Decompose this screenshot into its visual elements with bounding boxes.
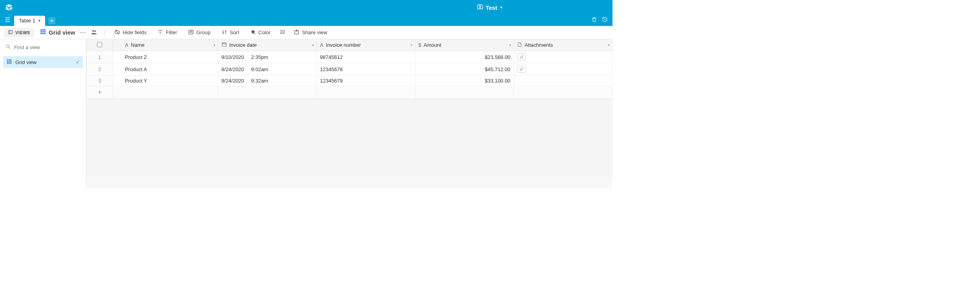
chevron-down-icon[interactable]: ▾ <box>411 43 413 47</box>
group-label: Group <box>196 29 210 35</box>
sidebar-item-grid-view[interactable]: Grid view ✓ <box>3 56 83 68</box>
add-row-cell[interactable] <box>514 86 612 99</box>
svg-rect-0 <box>9 30 13 34</box>
cell-amount[interactable]: $45,712.00 <box>415 63 514 75</box>
color-button[interactable]: Color <box>248 28 273 38</box>
top-bar: Test ▼ <box>0 0 612 15</box>
check-icon: ✓ <box>76 59 80 65</box>
chevron-down-icon[interactable]: ▾ <box>509 43 511 47</box>
row-number[interactable]: 1 <box>87 51 113 63</box>
views-sidebar: Grid view ✓ <box>0 39 86 188</box>
currency-icon: $ <box>419 42 421 48</box>
svg-rect-8 <box>7 59 11 64</box>
select-all-header[interactable] <box>87 39 113 51</box>
col-header-attachments[interactable]: Attachments ▾ <box>514 39 612 51</box>
add-row[interactable]: + <box>87 86 612 99</box>
cell-invoice-date[interactable]: 9/24/20209:02am <box>218 63 316 75</box>
cell-attachments[interactable] <box>514 51 612 63</box>
cell-attachments[interactable] <box>514 75 612 86</box>
grid-empty-area <box>86 99 612 177</box>
attachment-chip[interactable] <box>517 53 526 61</box>
trash-icon[interactable] <box>591 17 597 24</box>
group-icon <box>188 29 194 36</box>
view-search[interactable] <box>3 42 83 52</box>
filter-button[interactable]: Filter <box>155 28 179 38</box>
tabs-bar: ☰ Table 1 ▼ ＋ <box>0 15 612 26</box>
col-header-invoice-date[interactable]: Invoice date ▾ <box>218 39 316 51</box>
svg-rect-9 <box>222 43 226 46</box>
view-toolbar: VIEWS Grid view ⋯ Hide fields <box>0 26 612 39</box>
cell-name[interactable]: Product Y <box>113 75 218 86</box>
chevron-down-icon[interactable]: ▾ <box>312 43 314 47</box>
col-header-amount[interactable]: $ Amount ▾ <box>415 39 514 51</box>
group-button[interactable]: Group <box>186 28 213 38</box>
base-title-text: Test <box>486 4 497 11</box>
row-number[interactable]: 2 <box>87 63 113 75</box>
sidebar-icon <box>8 29 13 35</box>
hamburger-icon[interactable]: ☰ <box>5 16 10 24</box>
tab-caret-icon: ▼ <box>38 19 41 23</box>
collaborators-icon[interactable] <box>91 29 97 37</box>
grid-icon <box>40 28 46 37</box>
view-options-icon[interactable]: ⋯ <box>80 29 86 36</box>
main-area: Grid view ✓ A Name ▾ <box>0 39 612 188</box>
cell-invoice-number[interactable]: 12345678 <box>316 63 415 75</box>
attachment-icon <box>517 42 522 48</box>
svg-point-3 <box>95 30 96 32</box>
col-att-label: Attachments <box>525 42 553 48</box>
cell-invoice-number[interactable]: 98745612 <box>316 51 415 63</box>
tab-table-1[interactable]: Table 1 ▼ <box>14 16 45 26</box>
row-number[interactable]: 3 <box>87 75 113 86</box>
table-row[interactable]: 2Product A9/24/20209:02am12345678$45,712… <box>87 63 612 75</box>
sort-button[interactable]: Sort <box>219 28 241 38</box>
views-label: VIEWS <box>15 30 30 35</box>
share-view-label: Share view <box>302 29 327 35</box>
col-header-invoice-number[interactable]: A Invoice number ▾ <box>316 39 415 51</box>
share-view-button[interactable]: Share view <box>291 28 329 38</box>
add-row-cell[interactable] <box>113 86 218 99</box>
plus-icon: ＋ <box>49 17 55 24</box>
tab-label: Table 1 <box>19 18 35 24</box>
select-all-checkbox[interactable] <box>97 42 102 47</box>
paint-icon <box>250 29 256 36</box>
row-height-button[interactable] <box>279 29 285 36</box>
current-view-name[interactable]: Grid view <box>40 28 75 37</box>
base-title[interactable]: Test ▼ <box>477 4 503 11</box>
cell-attachments[interactable] <box>514 63 612 75</box>
base-title-caret-icon: ▼ <box>499 6 503 9</box>
history-icon[interactable] <box>602 17 608 24</box>
brand-logo-icon <box>5 3 13 12</box>
col-invno-label: Invoice number <box>326 42 361 48</box>
sort-label: Sort <box>230 29 239 35</box>
add-row-cell[interactable] <box>415 86 514 99</box>
hide-fields-button[interactable]: Hide fields <box>112 28 149 38</box>
attachment-chip[interactable] <box>517 66 526 73</box>
cell-amount[interactable]: $23,568.00 <box>415 51 514 63</box>
view-search-input[interactable] <box>14 44 80 50</box>
add-row-plus-icon[interactable]: + <box>87 86 113 99</box>
col-amount-label: Amount <box>424 42 441 48</box>
col-header-name[interactable]: A Name ▾ <box>113 39 218 51</box>
add-table-button[interactable]: ＋ <box>48 17 55 24</box>
cell-name[interactable]: Product A <box>113 63 218 75</box>
cell-invoice-date[interactable]: 9/10/20202:35pm <box>218 51 316 63</box>
views-toggle-button[interactable]: VIEWS <box>4 28 34 37</box>
svg-point-5 <box>254 33 256 34</box>
cell-invoice-number[interactable]: 12345679 <box>316 75 415 86</box>
cell-name[interactable]: Product Z <box>113 51 218 63</box>
row-height-icon <box>279 29 285 36</box>
col-name-label: Name <box>131 42 144 48</box>
color-label: Color <box>258 29 271 35</box>
chevron-down-icon[interactable]: ▾ <box>608 43 610 47</box>
grid-icon <box>6 59 12 66</box>
table-row[interactable]: 1Product Z9/10/20202:35pm98745612$23,568… <box>87 51 612 63</box>
table-row[interactable]: 3Product Y9/24/20209:32am12345679$33,100… <box>87 75 612 86</box>
add-row-cell[interactable] <box>218 86 316 99</box>
cell-amount[interactable]: $33,100.00 <box>415 75 514 86</box>
svg-rect-1 <box>40 29 46 34</box>
cell-invoice-date[interactable]: 9/24/20209:32am <box>218 75 316 86</box>
svg-point-7 <box>6 45 9 48</box>
book-icon <box>477 4 483 11</box>
chevron-down-icon[interactable]: ▾ <box>214 43 216 47</box>
add-row-cell[interactable] <box>316 86 415 99</box>
